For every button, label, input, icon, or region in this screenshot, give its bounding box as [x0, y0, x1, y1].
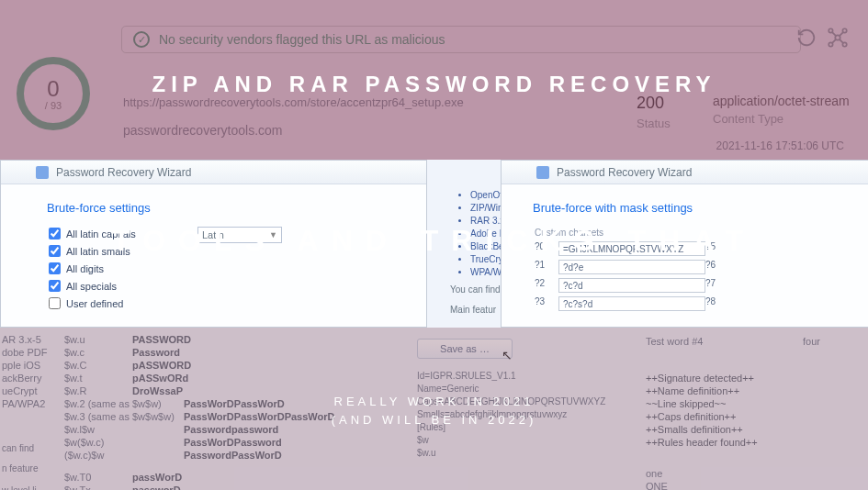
chevron-down-icon: ▼: [269, 230, 277, 239]
wizard-left: Password Recovery Wizard Brute-force set…: [0, 160, 427, 328]
check-latin-smalls[interactable]: All latin smalls: [49, 245, 399, 257]
aux-text-2: Main featur: [450, 305, 496, 315]
check-digits[interactable]: All digits: [49, 262, 399, 274]
charset-col-header: Custom charsets: [535, 228, 737, 238]
wizard-left-title: Password Recovery Wizard: [1, 161, 426, 184]
mask-input-3[interactable]: [558, 296, 705, 311]
virustotal-panel: 0 / 93 ✓ No security vendors flagged thi…: [0, 0, 868, 160]
wizard-right-title: Password Recovery Wizard: [502, 161, 868, 184]
brute-force-heading: Brute-force settings: [47, 201, 399, 215]
check-user-defined[interactable]: User defined: [49, 297, 399, 309]
wizard-right: Password Recovery Wizard Brute-force wit…: [501, 160, 868, 328]
language-dropdown[interactable]: Latin▼: [197, 227, 282, 243]
check-specials[interactable]: All specials: [49, 280, 399, 292]
wizard-app-icon: [36, 166, 49, 179]
aux-text-1: You can find: [450, 284, 501, 295]
rules-panel: AR 3.x-5dobe PDFpple iOS ackBerryueCrypt…: [0, 328, 868, 490]
wizard-app-icon: [536, 166, 549, 179]
wizard-panels: Password Recovery Wizard Brute-force set…: [0, 160, 868, 328]
mask-input-1[interactable]: [558, 260, 705, 274]
mask-input-0[interactable]: [558, 241, 705, 256]
mask-input-2[interactable]: [558, 278, 705, 293]
mask-heading: Brute-force with mask settings: [533, 201, 868, 215]
mask-grid: Custom charsets ?0?5 ?1?6 ?2?7 ?3?8: [535, 228, 868, 311]
